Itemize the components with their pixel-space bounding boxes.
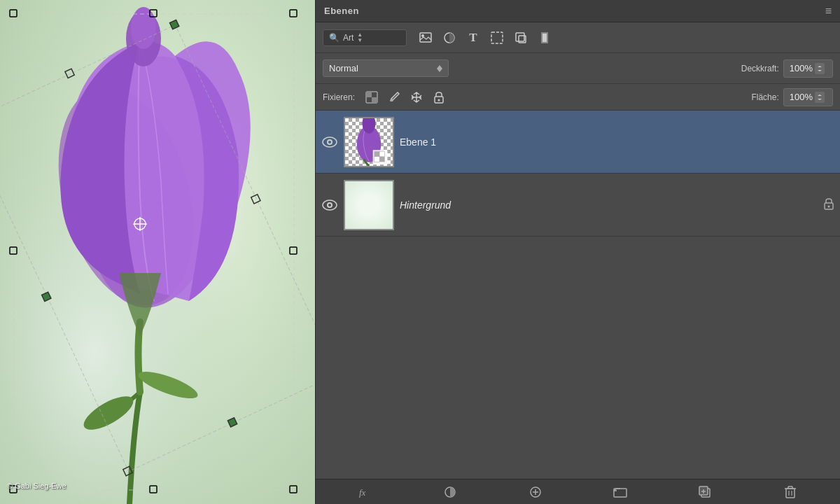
- blend-mode-select[interactable]: Normal: [323, 59, 449, 77]
- new-group-button[interactable]: [610, 482, 630, 502]
- layer-thumbnail: [344, 117, 394, 167]
- layer-visibility-toggle[interactable]: [321, 197, 338, 214]
- layer-name: Ebene 1: [400, 136, 834, 148]
- canvas-image: [0, 0, 315, 504]
- search-icon: 🔍: [329, 33, 340, 43]
- fix-brush-icon[interactable]: [386, 89, 402, 106]
- opacity-input[interactable]: 100%: [783, 59, 833, 78]
- svg-rect-53: [379, 151, 385, 157]
- text-filter-icon[interactable]: T: [464, 29, 482, 47]
- svg-point-56: [328, 204, 331, 206]
- fix-label: Fixieren:: [323, 92, 355, 102]
- svg-point-43: [438, 99, 440, 101]
- svg-rect-29: [420, 33, 431, 42]
- toolbar-row: 🔍 Art ▲ ▼: [316, 22, 840, 53]
- layer-item[interactable]: Hintergrund: [316, 174, 840, 237]
- svg-rect-69: [786, 489, 794, 498]
- thumb-flower-svg: [345, 118, 393, 166]
- flache-group: Fläche: 100%: [751, 88, 833, 106]
- flache-value: 100%: [790, 92, 813, 102]
- svg-point-30: [421, 34, 424, 37]
- svg-point-41: [391, 99, 393, 102]
- add-adjustment-button[interactable]: [526, 482, 545, 502]
- svg-rect-52: [374, 156, 380, 162]
- svg-rect-39: [366, 92, 372, 97]
- flache-label: Fläche:: [751, 92, 778, 102]
- opacity-value: 100%: [790, 63, 813, 74]
- transform-filter-icon[interactable]: [488, 29, 506, 47]
- new-layer-button[interactable]: [696, 482, 715, 502]
- canvas-area: © Gabi Sieg-Ewe: [0, 0, 315, 504]
- opacity-label: Deckkraft:: [741, 64, 779, 74]
- svg-point-47: [328, 141, 331, 144]
- fix-transparency-icon[interactable]: [363, 89, 380, 106]
- svg-point-58: [828, 205, 830, 207]
- bottom-toolbar: fx: [316, 479, 840, 504]
- blend-mode-row: Normal Deckkraft: 100%: [316, 53, 840, 84]
- layer-lock-icon: [823, 197, 834, 213]
- fix-lock-icon[interactable]: [430, 89, 447, 106]
- copyright-text: © Gabi Sieg-Ewe: [7, 482, 66, 490]
- svg-rect-51: [379, 156, 385, 162]
- fix-row: Fixieren:: [316, 84, 840, 111]
- layer-thumbnail: [344, 180, 394, 230]
- blend-arrow-down: [437, 69, 442, 72]
- t-icon: T: [469, 31, 477, 45]
- panel-menu-button[interactable]: ≡: [825, 5, 832, 18]
- add-mask-button[interactable]: [440, 482, 460, 502]
- delete-layer-button[interactable]: [780, 482, 800, 502]
- svg-rect-40: [372, 97, 377, 103]
- layer-item[interactable]: Ebene 1: [316, 111, 840, 174]
- search-box[interactable]: 🔍 Art ▲ ▼: [323, 29, 407, 46]
- opacity-group: Deckkraft: 100%: [741, 59, 833, 78]
- fix-move-icon[interactable]: [408, 89, 425, 106]
- search-text: Art: [343, 33, 354, 43]
- panel-header: Ebenen ≡: [316, 0, 840, 22]
- svg-rect-37: [815, 63, 825, 74]
- layer-name: Hintergrund: [400, 200, 818, 211]
- panel-title: Ebenen: [324, 6, 359, 16]
- toolbar-icons: T: [416, 29, 554, 47]
- svg-rect-33: [516, 33, 524, 41]
- svg-text:fx: fx: [359, 487, 366, 498]
- flache-input[interactable]: 100%: [783, 88, 833, 106]
- svg-rect-50: [374, 151, 380, 157]
- opacity-dropdown[interactable]: [813, 63, 827, 74]
- image-filter-icon[interactable]: [416, 29, 435, 47]
- effect-filter-icon[interactable]: [512, 29, 530, 47]
- fx-button[interactable]: fx: [356, 482, 375, 502]
- panel-options-icon[interactable]: [536, 29, 554, 47]
- stepper-down[interactable]: ▼: [357, 38, 363, 43]
- thumb-bg: [345, 181, 393, 229]
- layer-visibility-toggle[interactable]: [321, 134, 338, 150]
- svg-point-7: [131, 7, 156, 49]
- svg-rect-36: [542, 34, 547, 42]
- search-stepper[interactable]: ▲ ▼: [357, 32, 363, 43]
- svg-rect-44: [815, 92, 825, 103]
- blend-mode-arrows: [434, 65, 442, 72]
- layers-list: Ebene 1 Hintergrund: [316, 111, 840, 479]
- blend-mode-value: Normal: [329, 63, 358, 74]
- svg-rect-32: [491, 32, 503, 43]
- circle-filter-icon[interactable]: [440, 29, 458, 47]
- layers-panel: Ebenen ≡ 🔍 Art ▲ ▼: [315, 0, 840, 504]
- flache-dropdown[interactable]: [813, 92, 827, 103]
